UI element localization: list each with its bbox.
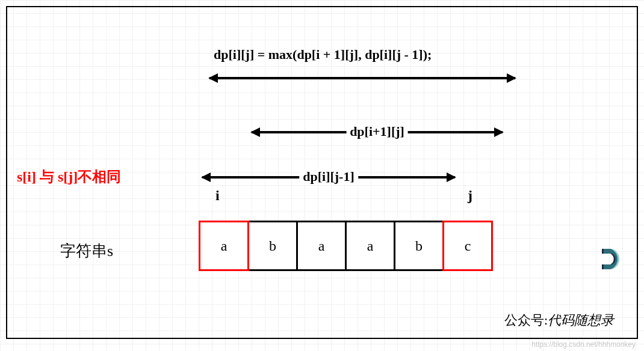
cell-5: c [442,221,493,271]
credit-name: 代码随想录 [548,313,614,328]
cell-0: a [199,221,249,271]
arrow-label-dp-i-j1: dp[i][j-1] [299,169,358,185]
cell-3: a [345,221,395,271]
diagram-content: dp[i][j] = max(dp[i + 1][j], dp[i][j - 1… [0,0,644,351]
credit-line: 公众号:代码随想录 [504,311,614,329]
d-logo-icon [598,245,626,273]
pointer-j: j [468,188,472,204]
string-s-label: 字符串s [60,240,113,261]
string-cells: a b a a b c [199,221,493,271]
cell-4: b [394,221,444,271]
pointer-i: i [215,188,220,204]
watermark-url: https://blog.csdn.net/hhhmonkey [531,340,636,349]
cell-1: b [247,221,298,271]
credit-label: 公众号: [504,313,548,328]
arrow-dp-i-j1: dp[i][j-1] [202,176,455,179]
cell-2: a [296,221,347,271]
arrow-full-range [209,77,515,79]
condition-text: s[i] 与 s[j]不相同 [17,167,121,186]
dp-formula: dp[i][j] = max(dp[i + 1][j], dp[i][j - 1… [214,47,432,63]
arrow-dp-i1-j: dp[i+1][j] [252,131,503,133]
arrow-label-dp-i1-j: dp[i+1][j] [346,124,408,139]
